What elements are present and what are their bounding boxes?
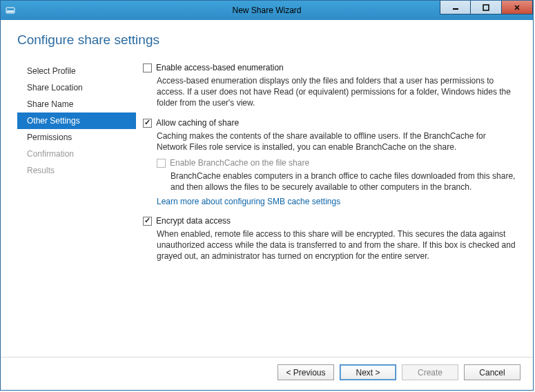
checkbox-branchcache: [157, 159, 166, 168]
content-area: Configure share settings Select Profile …: [1, 20, 533, 357]
checkbox-enable-abe[interactable]: [143, 63, 152, 72]
wizard-nav: Select Profile Share Location Share Name…: [17, 63, 136, 357]
link-smb-cache-learn-more[interactable]: Learn more about configuring SMB cache s…: [157, 197, 340, 206]
maximize-button[interactable]: [471, 1, 502, 14]
desc-encrypt: When enabled, remote file access to this…: [157, 228, 516, 262]
nav-share-location[interactable]: Share Location: [17, 79, 136, 96]
settings-panel: Enable access-based enumeration Access-b…: [136, 63, 521, 357]
checkbox-encrypt[interactable]: [143, 217, 152, 226]
checkbox-allow-caching[interactable]: [143, 119, 152, 128]
footer: < Previous Next > Create Cancel: [1, 357, 533, 390]
window-controls: [440, 1, 533, 20]
body: Select Profile Share Location Share Name…: [17, 63, 521, 357]
previous-button[interactable]: < Previous: [278, 364, 334, 380]
svg-rect-3: [483, 5, 489, 10]
create-button: Create: [402, 364, 458, 380]
nav-permissions[interactable]: Permissions: [17, 129, 136, 146]
nav-confirmation: Confirmation: [17, 146, 136, 162]
nav-select-profile[interactable]: Select Profile: [17, 63, 136, 79]
title-bar: New Share Wizard: [1, 1, 533, 20]
close-button[interactable]: [502, 1, 533, 14]
desc-enable-abe: Access-based enumeration displays only t…: [157, 75, 516, 108]
nav-other-settings[interactable]: Other Settings: [17, 112, 136, 129]
desc-allow-caching: Caching makes the contents of the share …: [157, 130, 516, 153]
nav-share-name[interactable]: Share Name: [17, 96, 136, 112]
svg-rect-1: [7, 10, 14, 12]
label-enable-abe: Enable access-based enumeration: [156, 63, 284, 72]
option-encrypt: Encrypt data access When enabled, remote…: [143, 216, 516, 262]
option-branchcache: Enable BranchCache on the file share Bra…: [157, 158, 516, 193]
page-title: Configure share settings: [17, 32, 521, 48]
nav-results: Results: [17, 162, 136, 179]
app-icon: [5, 5, 16, 16]
label-encrypt: Encrypt data access: [156, 216, 231, 226]
minimize-button[interactable]: [440, 1, 471, 14]
label-branchcache: Enable BranchCache on the file share: [170, 158, 309, 168]
option-allow-caching: Allow caching of share Caching makes the…: [143, 118, 516, 206]
option-enable-abe: Enable access-based enumeration Access-b…: [143, 63, 516, 108]
label-allow-caching: Allow caching of share: [156, 118, 239, 128]
next-button[interactable]: Next >: [340, 364, 396, 380]
desc-branchcache: BranchCache enables computers in a branc…: [171, 170, 516, 193]
wizard-window: New Share Wizard Configure share setting…: [0, 0, 534, 391]
cancel-button[interactable]: Cancel: [464, 364, 521, 380]
